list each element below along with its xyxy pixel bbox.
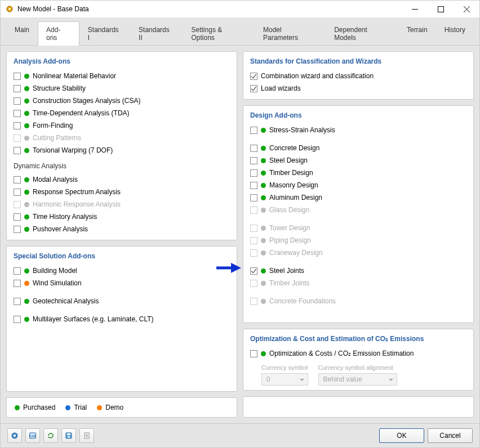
checkbox[interactable] — [250, 350, 257, 357]
status-dot-icon — [261, 226, 266, 231]
status-dot-icon — [261, 183, 266, 188]
tab-settings-options[interactable]: Settings & Options — [183, 21, 255, 46]
panel-optimization: Optimization & Cost and Estimation of CO… — [243, 329, 474, 391]
addon-label: Multilayer Surfaces (e.g. Laminate, CLT) — [33, 315, 154, 323]
addon-label: Aluminum Design — [269, 194, 322, 201]
status-dot-icon — [24, 74, 29, 79]
field-label: Currency symbol — [261, 364, 308, 371]
bottom-bar: 0,00 OK Cancel — [1, 423, 479, 447]
checkbox[interactable] — [250, 127, 257, 134]
tab-history[interactable]: History — [436, 21, 474, 46]
status-dot-icon — [261, 238, 266, 243]
status-dot-icon — [261, 268, 266, 274]
checkbox — [250, 237, 257, 244]
tab-addons[interactable]: Add-ons — [38, 21, 79, 46]
status-dot-icon — [261, 195, 266, 200]
checkbox[interactable] — [14, 110, 21, 117]
tab-bar: Main Add-ons Standards I Standards II Se… — [1, 17, 479, 46]
addon-label: Structure Stability — [33, 84, 86, 92]
status-dot-icon — [24, 190, 29, 195]
ok-button[interactable]: OK — [379, 428, 424, 443]
tab-main[interactable]: Main — [6, 21, 38, 46]
checkbox[interactable] — [14, 267, 21, 275]
status-dot-icon — [24, 202, 29, 207]
checkbox[interactable] — [14, 298, 21, 305]
svg-point-1 — [8, 8, 11, 10]
addon-label: Pushover Analysis — [33, 225, 88, 233]
select-value: Behind value — [323, 375, 362, 383]
checkbox-steel-joints[interactable] — [250, 267, 257, 275]
checkbox[interactable] — [14, 85, 21, 92]
checkbox[interactable] — [14, 213, 21, 221]
addon-label: Piping Design — [269, 236, 311, 244]
checkbox[interactable] — [14, 122, 21, 129]
save-button[interactable] — [61, 428, 76, 443]
subheading-dynamic: Dynamic Analysis — [14, 162, 230, 170]
tab-standards-1[interactable]: Standards I — [79, 21, 130, 46]
field-label: Currency symbol alignment — [318, 364, 397, 371]
addon-label: Wind Simulation — [33, 279, 82, 287]
status-dot-icon — [24, 268, 29, 274]
checkbox — [14, 135, 21, 142]
svg-point-9 — [14, 434, 16, 437]
checkbox — [250, 298, 257, 305]
minimize-button[interactable] — [402, 1, 428, 17]
tab-terrain[interactable]: Terrain — [398, 21, 436, 46]
checkbox[interactable] — [14, 73, 21, 80]
addon-label: Cutting Patterns — [33, 134, 81, 142]
checkbox[interactable] — [14, 189, 21, 196]
tab-dependent-models[interactable]: Dependent Models — [326, 21, 398, 46]
addon-label: Glass Design — [269, 206, 309, 214]
help-button[interactable] — [7, 428, 22, 443]
checkbox — [250, 249, 257, 257]
report-button[interactable] — [79, 428, 94, 443]
option-label: Load wizards — [261, 84, 301, 92]
status-dot-icon — [97, 405, 102, 410]
legend-label: Purchased — [23, 404, 55, 411]
status-dot-icon — [24, 299, 29, 304]
checkbox[interactable] — [14, 147, 21, 154]
addon-label: Masonry Design — [269, 181, 318, 189]
status-dot-icon — [261, 158, 266, 163]
addon-label: Concrete Design — [269, 144, 319, 152]
addon-label: Torsional Warping (7 DOF) — [33, 146, 113, 154]
cancel-button[interactable]: Cancel — [428, 428, 473, 443]
checkbox[interactable] — [14, 226, 21, 233]
status-dot-icon — [24, 317, 29, 322]
app-icon — [5, 5, 14, 14]
checkbox[interactable] — [250, 85, 257, 92]
status-dot-icon — [15, 405, 20, 410]
addon-label: Steel Design — [269, 156, 308, 164]
legend-panel: Purchased Trial Demo — [6, 397, 237, 418]
refresh-button[interactable] — [43, 428, 58, 443]
checkbox[interactable] — [250, 182, 257, 189]
checkbox[interactable] — [14, 97, 21, 105]
checkbox[interactable] — [250, 145, 257, 152]
svg-marker-7 — [231, 263, 241, 273]
addon-label: Construction Stages Analysis (CSA) — [33, 97, 140, 105]
currency-alignment-select: Behind value — [318, 373, 397, 386]
checkbox — [250, 225, 257, 232]
close-button[interactable] — [454, 1, 479, 17]
checkbox[interactable] — [250, 157, 257, 164]
title-bar: New Model - Base Data — [1, 1, 479, 17]
checkbox[interactable] — [14, 316, 21, 323]
panel-title: Special Solution Add-ons — [14, 252, 230, 260]
checkbox — [14, 201, 21, 208]
checkbox[interactable] — [250, 194, 257, 201]
tab-model-parameters[interactable]: Model Parameters — [255, 21, 326, 46]
checkbox[interactable] — [14, 176, 21, 183]
panel-analysis-addons: Analysis Add-ons Nonlinear Material Beha… — [6, 51, 237, 240]
addon-label: Building Model — [33, 267, 77, 275]
maximize-button[interactable] — [428, 1, 454, 17]
checkbox[interactable] — [250, 73, 257, 80]
checkbox[interactable] — [14, 280, 21, 287]
checkbox[interactable] — [250, 169, 257, 177]
currency-symbol-select: 0 — [261, 373, 308, 386]
tab-standards-2[interactable]: Standards II — [130, 21, 183, 46]
units-button[interactable]: 0,00 — [25, 428, 40, 443]
legend-label: Demo — [105, 404, 123, 411]
status-dot-icon — [261, 171, 266, 176]
status-dot-icon — [24, 98, 29, 104]
svg-rect-15 — [68, 436, 70, 438]
